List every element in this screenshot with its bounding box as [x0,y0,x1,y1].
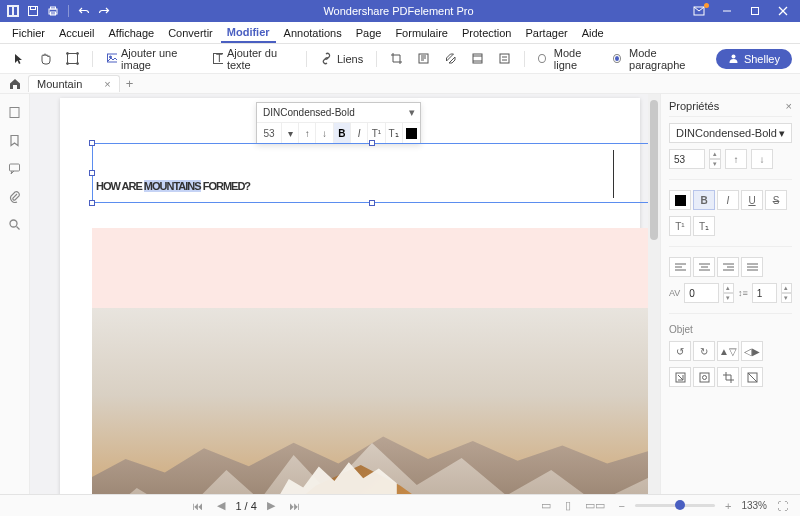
align-left-button[interactable] [669,257,691,277]
document-canvas[interactable]: DINCondensed-Bold ▾ 53 ▾ ↑ ↓ B I T¹ T₁ H… [30,94,660,494]
page-indicator[interactable]: 1 / 4 [235,500,256,512]
add-tab-button[interactable]: + [126,76,134,91]
search-icon[interactable] [7,216,23,232]
undo-icon[interactable] [77,4,91,18]
menu-accueil[interactable]: Accueil [53,24,100,42]
comments-icon[interactable] [7,160,23,176]
last-page-button[interactable]: ⏭ [285,500,304,512]
flip-horizontal-icon[interactable]: ◁▶ [741,341,763,361]
view-continuous-icon[interactable]: ▯ [561,499,575,512]
fit-page-icon[interactable]: ⛶ [773,500,792,512]
replace-icon[interactable] [693,367,715,387]
maximize-button[interactable] [742,0,768,22]
increase-size-icon[interactable]: ↑ [725,149,747,169]
decrease-size-icon[interactable]: ↓ [751,149,773,169]
flip-vertical-icon[interactable]: ▲▽ [717,341,739,361]
document-tab[interactable]: Mountain × [28,75,120,92]
align-justify-button[interactable] [741,257,763,277]
size-down-icon[interactable]: ▾ [709,159,721,169]
user-account-button[interactable]: Shelley [716,49,792,69]
line-spacing-input[interactable]: 1 [752,283,777,303]
float-italic-button[interactable]: I [351,123,368,143]
menu-partager[interactable]: Partager [519,24,573,42]
align-right-button[interactable] [717,257,739,277]
bookmarks-icon[interactable] [7,132,23,148]
thumbnails-icon[interactable] [7,104,23,120]
attachments-icon[interactable] [7,188,23,204]
float-bold-button[interactable]: B [334,123,351,143]
select-tool-icon[interactable] [8,50,30,68]
menu-fichier[interactable]: Fichier [6,24,51,42]
line-down-icon[interactable]: ▾ [781,293,792,303]
bold-button[interactable]: B [693,190,715,210]
color-swatch-button[interactable] [669,190,691,210]
save-icon[interactable] [26,4,40,18]
underline-button[interactable]: U [741,190,763,210]
crop-tool-icon[interactable] [385,49,408,68]
mode-paragraph-radio[interactable]: Mode paragraphe [608,44,708,74]
prop-size-input[interactable]: 53 [669,149,705,169]
float-font-select[interactable]: DINCondensed-Bold [257,107,404,118]
rotate-left-icon[interactable]: ↺ [669,341,691,361]
zoom-thumb[interactable] [675,500,685,510]
float-size-input[interactable]: 53 [257,123,282,143]
subscript-button[interactable]: T₁ [693,216,715,236]
notifications-icon[interactable] [686,0,712,22]
hand-tool-icon[interactable] [34,49,57,68]
zoom-out-button[interactable]: − [615,500,629,512]
superscript-button[interactable]: T¹ [669,216,691,236]
zoom-in-button[interactable]: + [721,500,735,512]
close-button[interactable] [770,0,796,22]
menu-affichage[interactable]: Affichage [102,24,160,42]
links-button[interactable]: Liens [315,49,368,68]
float-size-increase-icon[interactable]: ↑ [299,123,316,143]
float-subscript-button[interactable]: T₁ [386,123,403,143]
zoom-slider[interactable] [635,504,715,507]
scrollbar-thumb[interactable] [650,100,658,240]
float-size-decrease-icon[interactable]: ↓ [316,123,333,143]
spacing-up-icon[interactable]: ▴ [723,283,734,293]
mode-line-radio[interactable]: Mode ligne [533,44,604,74]
print-icon[interactable] [46,4,60,18]
menu-protection[interactable]: Protection [456,24,518,42]
float-color-button[interactable] [403,123,420,143]
home-tab-icon[interactable] [6,75,24,93]
resize-handle[interactable] [369,140,375,146]
vertical-scrollbar[interactable] [648,94,660,494]
opacity-icon[interactable] [741,367,763,387]
bates-tool-icon[interactable] [493,49,516,68]
view-facing-icon[interactable]: ▭▭ [581,499,609,512]
redo-icon[interactable] [97,4,111,18]
menu-convertir[interactable]: Convertir [162,24,219,42]
menu-annotations[interactable]: Annotations [278,24,348,42]
resize-handle[interactable] [369,200,375,206]
minimize-button[interactable] [714,0,740,22]
resize-handle[interactable] [89,200,95,206]
size-up-icon[interactable]: ▴ [709,149,721,159]
line-up-icon[interactable]: ▴ [781,283,792,293]
extract-icon[interactable] [669,367,691,387]
next-page-button[interactable]: ▶ [263,499,279,512]
close-panel-icon[interactable]: × [786,100,792,112]
background-tool-icon[interactable] [439,49,462,68]
italic-button[interactable]: I [717,190,739,210]
float-size-dropdown-icon[interactable]: ▾ [282,123,299,143]
menu-page[interactable]: Page [350,24,388,42]
header-footer-tool-icon[interactable] [466,49,489,68]
zoom-value[interactable]: 133% [741,500,767,511]
resize-handle[interactable] [89,170,95,176]
menu-modifier[interactable]: Modifier [221,23,276,43]
resize-handle[interactable] [89,140,95,146]
first-page-button[interactable]: ⏮ [188,500,207,512]
spacing-down-icon[interactable]: ▾ [723,293,734,303]
add-text-button[interactable]: TAjouter du texte [207,44,298,74]
rotate-right-icon[interactable]: ↻ [693,341,715,361]
close-tab-icon[interactable]: × [104,78,110,90]
add-image-button[interactable]: Ajouter une image [101,44,203,74]
align-center-button[interactable] [693,257,715,277]
watermark-tool-icon[interactable] [412,49,435,68]
text-selection-box[interactable] [92,143,652,203]
crop-object-icon[interactable] [717,367,739,387]
char-spacing-input[interactable]: 0 [684,283,718,303]
edit-object-tool-icon[interactable] [61,49,84,68]
